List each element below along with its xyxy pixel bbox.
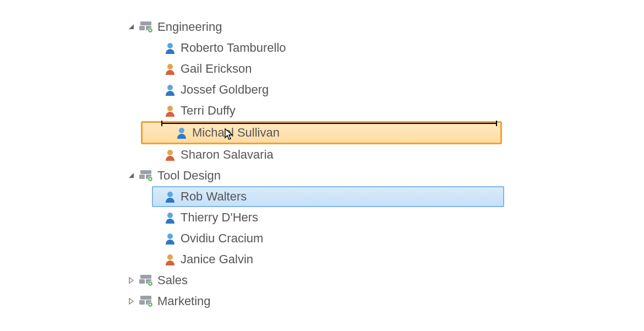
person-label: Janice Galvin	[181, 252, 253, 267]
person-blue-icon	[164, 211, 176, 224]
svg-rect-13	[139, 175, 145, 179]
department-icon	[139, 295, 153, 308]
svg-point-6	[167, 64, 173, 69]
department-node[interactable]: Marketing	[127, 291, 644, 312]
person-blue-icon	[176, 127, 188, 139]
svg-rect-26	[140, 296, 151, 300]
person-node[interactable]: Ovidiu Cracium	[127, 228, 644, 249]
person-node[interactable]: Gail Erickson	[127, 58, 644, 79]
person-label: Roberto Tamburello	[181, 41, 286, 55]
svg-rect-27	[139, 300, 145, 305]
svg-marker-20	[129, 278, 133, 283]
person-node[interactable]: Roberto Tamburello	[127, 37, 644, 58]
person-node[interactable]: Janice Galvin	[127, 249, 644, 270]
svg-point-8	[167, 106, 173, 111]
department-node[interactable]: Tool Design	[127, 165, 644, 186]
svg-point-19	[167, 254, 173, 260]
person-orange-icon	[164, 149, 176, 161]
person-node[interactable]: Sharon Salavaria	[127, 144, 644, 165]
department-icon	[139, 274, 153, 287]
person-label: Rob Walters	[181, 189, 247, 204]
svg-point-9	[179, 128, 184, 133]
svg-marker-25	[129, 299, 133, 304]
person-node[interactable]: Michael Sullivan	[141, 121, 502, 144]
person-node[interactable]: Thierry D'Hers	[127, 207, 644, 228]
person-label: Ovidiu Cracium	[181, 231, 263, 246]
svg-marker-0	[129, 24, 134, 29]
svg-point-17	[167, 213, 173, 218]
person-blue-icon	[164, 42, 176, 54]
department-icon	[139, 169, 153, 182]
person-node[interactable]: Terri Duffy	[127, 100, 644, 121]
person-node[interactable]: Rob Walters	[152, 186, 504, 207]
person-node[interactable]: Jossef Goldberg	[127, 79, 644, 100]
person-blue-icon	[164, 232, 176, 245]
collapse-icon[interactable]	[127, 24, 137, 30]
person-label: Jossef Goldberg	[181, 83, 269, 97]
department-label: Marketing	[157, 294, 211, 308]
svg-rect-22	[139, 279, 145, 284]
svg-rect-21	[140, 275, 151, 279]
person-label: Gail Erickson	[181, 62, 252, 76]
collapse-icon[interactable]	[127, 172, 137, 179]
department-label: Engineering	[157, 20, 222, 34]
expand-icon[interactable]	[127, 298, 137, 305]
svg-rect-2	[139, 26, 145, 30]
person-blue-icon	[164, 84, 176, 96]
svg-point-18	[167, 234, 173, 239]
department-node[interactable]: Engineering	[127, 17, 644, 37]
expand-icon[interactable]	[127, 277, 137, 284]
department-label: Tool Design	[157, 169, 221, 183]
person-orange-icon	[164, 105, 176, 117]
svg-point-7	[167, 85, 173, 90]
svg-point-16	[167, 192, 173, 197]
person-label: Terri Duffy	[181, 104, 236, 118]
svg-marker-11	[129, 173, 134, 178]
svg-rect-1	[140, 21, 151, 25]
person-orange-icon	[164, 63, 176, 75]
department-node[interactable]: Sales	[127, 270, 644, 291]
svg-rect-12	[140, 170, 151, 174]
person-orange-icon	[164, 253, 176, 265]
person-blue-icon	[164, 191, 176, 203]
drop-insert-line	[161, 123, 497, 124]
person-label: Thierry D'Hers	[181, 210, 258, 225]
person-label: Michael Sullivan	[192, 126, 280, 140]
svg-point-10	[167, 150, 173, 155]
person-label: Sharon Salavaria	[181, 148, 274, 162]
department-icon	[139, 20, 153, 34]
svg-point-5	[167, 43, 173, 48]
department-label: Sales	[157, 273, 188, 287]
